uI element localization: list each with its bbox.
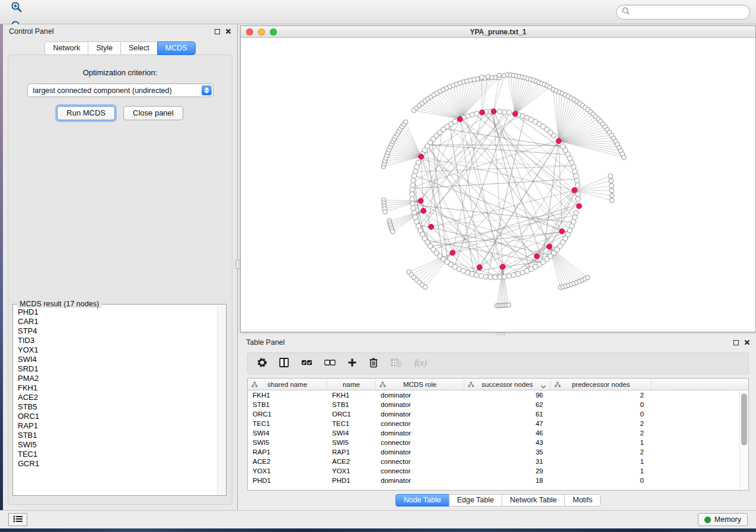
mcds-result-item[interactable]: TID3 (18, 336, 217, 345)
mcds-hub-node[interactable] (418, 198, 423, 204)
memory-button[interactable]: Memory (698, 513, 748, 526)
table-row[interactable]: FKH1FKH1dominator962 (248, 390, 748, 400)
network-node[interactable] (610, 193, 614, 198)
mcds-hub-node[interactable] (491, 109, 496, 114)
network-node[interactable] (573, 210, 578, 215)
mcds-hub-node[interactable] (572, 188, 577, 193)
tab-node-table[interactable]: Node Table (395, 494, 449, 507)
mcds-result-item[interactable]: SRD1 (18, 364, 217, 374)
network-node[interactable] (410, 201, 415, 206)
table-row[interactable]: SWI5SWI5connector431 (248, 438, 748, 447)
search-input[interactable] (633, 8, 744, 16)
delete-column-button[interactable] (369, 357, 378, 370)
network-node[interactable] (390, 229, 395, 234)
column-header-successor-nodes[interactable]: successor nodes (464, 379, 551, 390)
network-node[interactable] (502, 274, 506, 279)
mcds-hub-node[interactable] (477, 265, 482, 270)
network-node[interactable] (610, 198, 614, 203)
tab-edge-table[interactable]: Edge Table (449, 494, 502, 507)
network-node[interactable] (383, 210, 388, 214)
tab-network[interactable]: Network (44, 41, 88, 55)
network-node[interactable] (479, 274, 483, 278)
mcds-result-item[interactable]: STP4 (18, 326, 217, 336)
table-scrollbar[interactable] (739, 391, 748, 490)
network-node[interactable] (572, 215, 577, 220)
network-node[interactable] (576, 197, 580, 201)
add-column-button[interactable] (347, 358, 357, 369)
network-node[interactable] (411, 178, 416, 182)
minimize-window-icon[interactable] (258, 28, 265, 36)
mcds-hub-node[interactable] (534, 254, 540, 259)
mcds-result-item[interactable]: PMA2 (18, 374, 217, 383)
table-row[interactable]: YOX1YOX1connector291 (248, 466, 748, 476)
tab-network-table[interactable]: Network Table (502, 494, 565, 507)
table-row[interactable]: STB1STB1dominator620 (248, 400, 748, 409)
network-node[interactable] (486, 75, 490, 79)
network-node[interactable] (609, 179, 614, 184)
column-header-name[interactable]: name (327, 379, 376, 390)
network-node[interactable] (410, 182, 415, 187)
network-node[interactable] (470, 271, 474, 276)
columns-button[interactable] (279, 358, 289, 370)
network-node[interactable] (410, 192, 414, 197)
network-node[interactable] (610, 184, 614, 188)
run-mcds-button[interactable]: Run MCDS (57, 106, 115, 120)
network-node[interactable] (576, 192, 580, 197)
network-node[interactable] (410, 187, 414, 192)
float-panel-icon[interactable] (215, 29, 220, 34)
network-node[interactable] (560, 144, 565, 149)
network-node[interactable] (410, 197, 414, 201)
network-node[interactable] (474, 111, 479, 116)
column-header-predecessor-nodes[interactable]: predecessor nodes (551, 379, 652, 390)
close-panel-icon[interactable] (225, 26, 231, 37)
network-node[interactable] (497, 275, 502, 280)
network-node[interactable] (493, 275, 497, 280)
mcds-result-item[interactable]: PHD1 (18, 307, 217, 317)
mcds-result-item[interactable]: GCR1 (18, 459, 217, 469)
network-node[interactable] (412, 174, 416, 178)
network-node[interactable] (403, 120, 408, 124)
close-table-panel-icon[interactable] (744, 337, 750, 348)
float-table-panel-icon[interactable] (733, 340, 739, 345)
tab-select[interactable]: Select (120, 41, 158, 55)
network-node[interactable] (573, 174, 578, 178)
select-all-button[interactable] (301, 358, 312, 368)
network-node[interactable] (506, 303, 511, 307)
table-row[interactable]: TEC1TEC1connector472 (248, 419, 748, 428)
mcds-hub-node[interactable] (457, 117, 462, 122)
network-node[interactable] (423, 285, 428, 290)
table-row[interactable]: ORC1ORC1dominator610 (248, 409, 748, 419)
mcds-hub-node[interactable] (559, 229, 564, 234)
network-canvas[interactable] (241, 38, 755, 332)
tab-style[interactable]: Style (88, 41, 121, 55)
mcds-result-item[interactable]: TEC1 (18, 450, 217, 459)
network-node[interactable] (585, 275, 590, 280)
network-node[interactable] (413, 169, 417, 174)
mcds-hub-node[interactable] (480, 110, 485, 115)
status-list-button[interactable] (8, 513, 27, 526)
network-window-titlebar[interactable]: YPA_prune.txt_1 (241, 26, 755, 38)
mcds-result-item[interactable]: STB1 (18, 431, 217, 440)
network-node[interactable] (608, 174, 613, 178)
network-node[interactable] (488, 275, 493, 280)
mcds-hub-node[interactable] (419, 154, 424, 159)
network-node[interactable] (497, 73, 502, 78)
close-window-icon[interactable] (246, 28, 253, 36)
network-node[interactable] (502, 110, 506, 114)
network-node[interactable] (621, 155, 626, 160)
network-node[interactable] (506, 110, 511, 115)
network-node[interactable] (575, 182, 580, 187)
network-node[interactable] (412, 210, 416, 215)
tab-mcds[interactable]: MCDS (157, 41, 196, 55)
close-panel-button[interactable]: Close panel (123, 106, 183, 120)
network-node[interactable] (506, 274, 511, 278)
mcds-hub-node[interactable] (450, 250, 455, 255)
mcds-result-item[interactable]: CAR1 (18, 317, 217, 326)
optimization-criterion-select[interactable]: largest connected component (undirected) (27, 84, 213, 97)
mcds-result-item[interactable]: STB5 (18, 402, 217, 412)
mcds-result-item[interactable]: YOX1 (18, 345, 217, 355)
mcds-hub-node[interactable] (500, 264, 505, 270)
mcds-hub-node[interactable] (547, 244, 552, 249)
network-node[interactable] (497, 109, 502, 114)
mcds-result-item[interactable]: ACE2 (18, 393, 217, 402)
